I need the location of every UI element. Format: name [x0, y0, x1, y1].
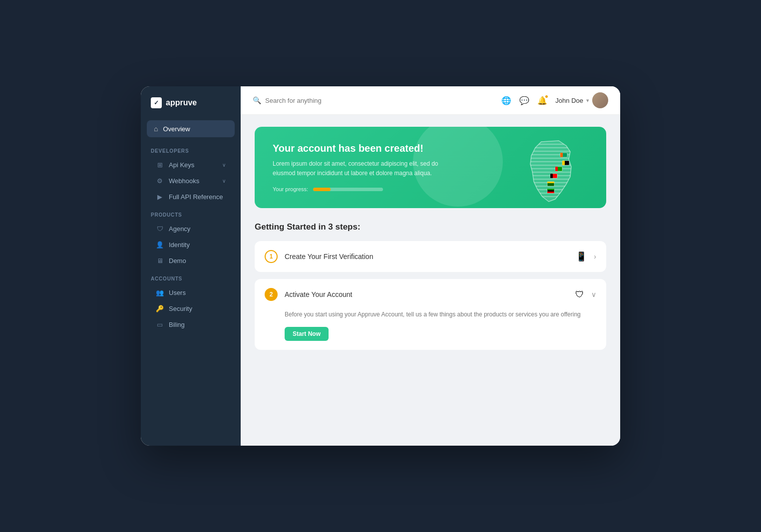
svg-rect-21 — [555, 167, 558, 171]
sidebar-item-overview[interactable]: ⌂ Overview — [147, 120, 235, 137]
security-icon: 🔑 — [156, 305, 164, 312]
security-label: Security — [169, 305, 192, 312]
step-2-body-text: Before you start using your Appruve Acco… — [285, 310, 596, 319]
logo-icon: ✓ — [151, 97, 162, 108]
content-area: Your account has been created! Lorem ips… — [241, 115, 620, 446]
api-reference-icon: ▶ — [156, 193, 164, 201]
user-name: John Doe — [555, 97, 583, 104]
billing-label: Biling — [169, 321, 185, 328]
app-window: ✓ appruve ⌂ Overview DEVELOPERS ⊞ Api Ke… — [141, 86, 620, 446]
api-keys-arrow: ∨ — [222, 162, 226, 168]
sidebar-section-developers: DEVELOPERS ⊞ Api Keys ∨ ⚙ Webhooks ∨ ▶ F… — [141, 141, 241, 205]
api-keys-icon: ⊞ — [156, 161, 164, 169]
api-reference-label: Full API Reference — [169, 193, 223, 201]
banner-progress: Your progress: — [273, 186, 588, 192]
sidebar-section-products: PRODUCTS 🛡 Agency 👤 Identity 🖥 Demo — [141, 205, 241, 269]
billing-icon: ▭ — [156, 321, 164, 328]
step-2-chevron-icon: ∨ — [591, 290, 596, 298]
step-card-2: 2 Activate Your Account 🛡 ∨ Before you s… — [255, 279, 606, 349]
step-1-icon: 📱 — [576, 251, 587, 262]
user-info[interactable]: John Doe ▾ — [555, 92, 608, 108]
sidebar-item-api-reference[interactable]: ▶ Full API Reference — [146, 189, 236, 205]
progress-bar-background — [313, 188, 383, 191]
step-2-header[interactable]: 2 Activate Your Account 🛡 ∨ — [255, 279, 606, 310]
step-card-1: 1 Create Your First Verification 📱 › — [255, 241, 606, 272]
notification-dot — [545, 95, 548, 98]
step-2-body: Before you start using your Appruve Acco… — [255, 310, 606, 349]
sidebar-item-demo[interactable]: 🖥 Demo — [146, 253, 236, 268]
step-2-number: 2 — [265, 288, 278, 301]
step-1-title: Create Your First Verification — [285, 253, 569, 261]
search-icon: 🔍 — [253, 96, 261, 104]
users-icon: 👥 — [156, 289, 164, 296]
sidebar-item-billing[interactable]: ▭ Biling — [146, 317, 236, 332]
step-1-chevron-icon: › — [594, 253, 596, 261]
start-now-button[interactable]: Start Now — [285, 327, 329, 341]
agency-icon: 🛡 — [156, 225, 164, 233]
logo: ✓ appruve — [141, 86, 241, 118]
progress-bar-fill — [313, 188, 331, 191]
sidebar-item-security[interactable]: 🔑 Security — [146, 301, 236, 316]
globe-icon[interactable]: 🌐 — [501, 96, 511, 105]
notification-icon[interactable]: 🔔 — [537, 96, 547, 105]
topbar: 🔍 🌐 💬 🔔 John Doe ▾ — [241, 86, 620, 115]
sidebar-item-api-keys[interactable]: ⊞ Api Keys ∨ — [146, 157, 236, 173]
search-input[interactable] — [265, 97, 495, 104]
identity-label: Identity — [169, 241, 190, 249]
svg-rect-23 — [550, 174, 553, 178]
demo-icon: 🖥 — [156, 257, 164, 265]
step-1-number: 1 — [265, 250, 278, 263]
step-2-title: Activate Your Account — [285, 290, 568, 298]
sidebar-item-agency[interactable]: 🛡 Agency — [146, 221, 236, 237]
main-area: 🔍 🌐 💬 🔔 John Doe ▾ — [241, 86, 620, 446]
avatar — [592, 92, 608, 108]
sidebar: ✓ appruve ⌂ Overview DEVELOPERS ⊞ Api Ke… — [141, 86, 241, 446]
step-2-icon: 🛡 — [575, 289, 584, 300]
step-1-header[interactable]: 1 Create Your First Verification 📱 › — [255, 241, 606, 272]
avatar-image — [592, 92, 608, 108]
section-label-accounts: ACCOUNTS — [141, 269, 241, 284]
overview-label: Overview — [163, 125, 190, 133]
section-label-developers: DEVELOPERS — [141, 141, 241, 157]
sidebar-item-users[interactable]: 👥 Users — [146, 285, 236, 300]
banner-title: Your account has been created! — [273, 143, 588, 154]
topbar-actions: 🌐 💬 🔔 John Doe ▾ — [501, 92, 608, 108]
sidebar-item-webhooks[interactable]: ⚙ Webhooks ∨ — [146, 173, 236, 189]
sidebar-item-identity[interactable]: 👤 Identity — [146, 237, 236, 253]
sidebar-section-accounts: ACCOUNTS 👥 Users 🔑 Security ▭ Biling — [141, 269, 241, 333]
webhooks-icon: ⚙ — [156, 177, 164, 185]
progress-label: Your progress: — [273, 186, 308, 192]
webhooks-label: Webhooks — [169, 177, 199, 185]
agency-label: Agency — [169, 225, 190, 233]
svg-rect-19 — [562, 161, 565, 165]
demo-label: Demo — [169, 257, 186, 265]
chat-icon[interactable]: 💬 — [519, 96, 529, 105]
banner-description: Lorem ipsum dolor sit amet, consectetur … — [273, 159, 462, 178]
webhooks-arrow: ∨ — [222, 178, 226, 184]
svg-rect-25 — [547, 182, 554, 183]
steps-section-title: Getting Started in 3 steps: — [255, 222, 606, 232]
home-icon: ⌂ — [154, 125, 158, 133]
welcome-banner: Your account has been created! Lorem ips… — [255, 127, 606, 208]
logo-text: appruve — [166, 98, 197, 107]
search-box: 🔍 — [253, 96, 495, 104]
users-label: Users — [169, 289, 186, 296]
identity-icon: 👤 — [156, 241, 164, 249]
section-label-products: PRODUCTS — [141, 205, 241, 221]
api-keys-label: Api Keys — [169, 161, 194, 169]
user-chevron-icon: ▾ — [586, 97, 589, 104]
